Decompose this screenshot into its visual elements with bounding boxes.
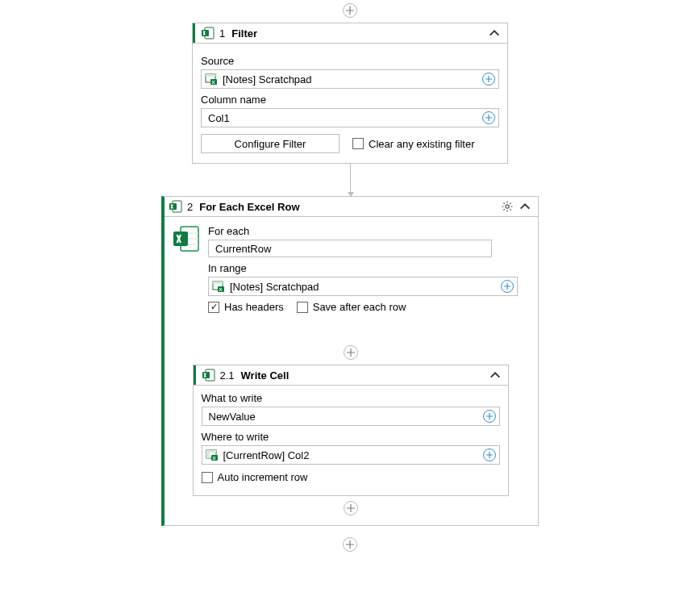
- where-input-wrap[interactable]: [202, 445, 500, 465]
- foreach-input[interactable]: [214, 242, 486, 256]
- source-input-wrap[interactable]: [201, 69, 499, 89]
- writecell-index: 2.1: [220, 369, 235, 382]
- source-input[interactable]: [221, 71, 477, 87]
- activity-filter: 1 Filter Source Column name: [192, 23, 508, 164]
- add-activity-inner-bottom[interactable]: [344, 501, 358, 515]
- source-plus-icon[interactable]: [482, 73, 495, 86]
- excel-icon: [202, 369, 215, 382]
- source-label: Source: [201, 55, 499, 67]
- what-label: What to write: [202, 392, 500, 404]
- add-activity-inner-top[interactable]: [344, 345, 358, 360]
- connector: [350, 164, 351, 182]
- has-headers-label: Has headers: [224, 301, 284, 313]
- svg-rect-14: [213, 282, 223, 284]
- range-selector-icon: [205, 73, 218, 86]
- inrange-input[interactable]: [228, 278, 496, 294]
- activity-foreach: 2 For Each Excel Row For each: [161, 196, 539, 526]
- excel-large-icon: [173, 225, 200, 252]
- excel-icon: [202, 27, 215, 40]
- svg-rect-20: [206, 450, 216, 453]
- autoinc-checkbox[interactable]: Auto increment row: [202, 471, 308, 483]
- what-input[interactable]: [207, 408, 478, 424]
- svg-point-7: [506, 205, 509, 208]
- column-input-wrap[interactable]: [201, 108, 499, 127]
- svg-rect-12: [173, 232, 188, 246]
- has-headers-checkbox[interactable]: Has headers: [208, 301, 284, 313]
- svg-rect-17: [202, 372, 210, 378]
- gear-icon[interactable]: [501, 200, 514, 213]
- what-input-wrap[interactable]: [202, 407, 500, 426]
- filter-header[interactable]: 1 Filter: [193, 23, 507, 44]
- range-selector-icon: [212, 280, 225, 293]
- excel-icon: [169, 200, 182, 213]
- clear-filter-label: Clear any existing filter: [369, 138, 475, 150]
- foreach-index: 2: [187, 201, 193, 213]
- add-activity-top[interactable]: [343, 3, 357, 18]
- add-activity-bottom[interactable]: [343, 537, 357, 552]
- inrange-label: In range: [208, 262, 528, 274]
- checkbox-box: [297, 302, 308, 313]
- clear-filter-checkbox[interactable]: Clear any existing filter: [352, 138, 475, 150]
- configure-filter-button[interactable]: Configure Filter: [201, 134, 340, 153]
- column-label: Column name: [201, 94, 499, 106]
- foreach-title: For Each Excel Row: [199, 201, 299, 213]
- where-plus-icon[interactable]: [483, 449, 496, 461]
- save-after-label: Save after each row: [313, 301, 406, 313]
- collapse-icon[interactable]: [519, 200, 531, 213]
- filter-title: Filter: [231, 27, 257, 40]
- writecell-header[interactable]: 2.1 Write Cell: [194, 365, 508, 386]
- checkbox-box: [352, 138, 364, 149]
- svg-rect-6: [169, 203, 177, 210]
- inrange-input-wrap[interactable]: [208, 277, 518, 296]
- writecell-title: Write Cell: [241, 369, 290, 382]
- what-plus-icon[interactable]: [483, 410, 496, 423]
- foreach-label: For each: [208, 225, 528, 237]
- filter-index: 1: [219, 27, 225, 40]
- accent-bar: [194, 365, 196, 385]
- autoinc-label: Auto increment row: [218, 471, 308, 483]
- accent-bar: [193, 23, 195, 43]
- collapse-icon[interactable]: [488, 27, 501, 40]
- column-plus-icon[interactable]: [482, 111, 495, 124]
- workflow-canvas: 1 Filter Source Column name: [0, 0, 700, 584]
- checkbox-box: [208, 302, 219, 313]
- svg-rect-3: [206, 74, 215, 77]
- save-after-checkbox[interactable]: Save after each row: [297, 301, 406, 313]
- foreach-input-wrap[interactable]: [208, 240, 492, 257]
- foreach-header[interactable]: 2 For Each Excel Row: [165, 197, 538, 217]
- where-label: Where to write: [202, 431, 500, 443]
- collapse-icon[interactable]: [489, 369, 502, 382]
- column-input[interactable]: [206, 110, 477, 126]
- cell-selector-icon: [206, 449, 219, 461]
- checkbox-box: [202, 472, 213, 483]
- connector-arrow: [350, 182, 351, 196]
- svg-rect-1: [202, 30, 209, 36]
- activity-write-cell: 2.1 Write Cell What to write: [193, 365, 509, 496]
- where-input[interactable]: [222, 447, 478, 463]
- inrange-plus-icon[interactable]: [501, 280, 514, 293]
